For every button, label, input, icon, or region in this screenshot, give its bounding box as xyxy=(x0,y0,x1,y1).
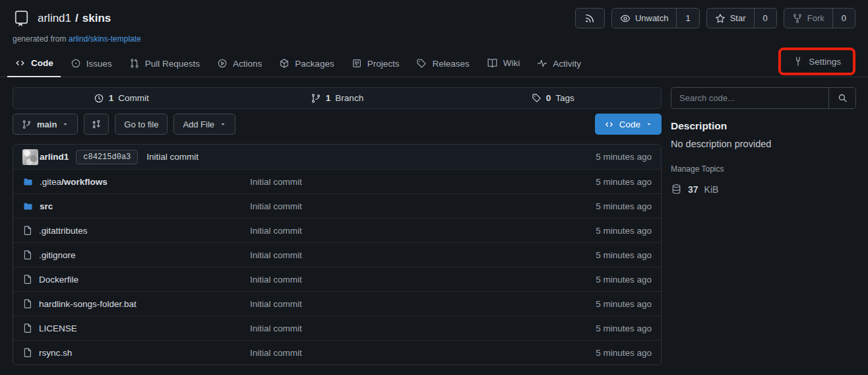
tag-icon xyxy=(416,58,427,69)
entry-name-link[interactable]: Dockerfile xyxy=(39,275,78,285)
tab-actions[interactable]: Actions xyxy=(210,51,269,77)
latest-commit-row: arlind1 c84215d0a3 Initial commit 5 minu… xyxy=(13,145,661,169)
table-row[interactable]: rsync.sh Initial commit 5 minutes ago xyxy=(13,340,661,364)
entry-time: 5 minutes ago xyxy=(596,177,652,187)
unwatch-button[interactable]: Unwatch xyxy=(612,9,677,28)
entry-time: 5 minutes ago xyxy=(596,299,652,309)
repo-name-link[interactable]: skins xyxy=(82,12,111,25)
commits-stat[interactable]: 1 Commit xyxy=(13,88,229,108)
repo-size: 37 KiB xyxy=(671,184,856,195)
file-icon xyxy=(22,274,33,285)
tags-count: 0 xyxy=(546,93,551,103)
entry-name-link[interactable]: .gitattributes xyxy=(39,226,88,236)
entry-name: rsync.sh xyxy=(39,348,72,358)
forks-count[interactable]: 0 xyxy=(832,9,855,28)
entry-name-link[interactable]: .gitea/workflows xyxy=(40,177,108,187)
project-icon xyxy=(352,58,362,69)
entry-commit-message[interactable]: Initial commit xyxy=(250,201,596,211)
entry-commit-message[interactable]: Initial commit xyxy=(250,324,596,333)
tab-settings[interactable]: Settings xyxy=(786,50,848,73)
entry-name: .gitignore xyxy=(39,250,76,260)
entry-name-link[interactable]: src xyxy=(40,201,53,211)
tab-label: Wiki xyxy=(503,58,520,68)
chevron-down-icon xyxy=(220,121,226,127)
entry-name: /workflows xyxy=(61,177,108,187)
entry-name-link[interactable]: rsync.sh xyxy=(39,348,72,358)
go-to-file-button[interactable]: Go to file xyxy=(115,114,168,135)
play-icon xyxy=(217,58,228,69)
commit-hash-link[interactable]: c84215d0a3 xyxy=(76,150,138,164)
commits-label: Commit xyxy=(118,93,149,103)
tab-projects[interactable]: Projects xyxy=(344,51,407,77)
table-row[interactable]: LICENSE Initial commit 5 minutes ago xyxy=(13,316,661,340)
fork-button-group: Fork 0 xyxy=(784,8,855,28)
entry-time: 5 minutes ago xyxy=(596,348,652,358)
add-file-button[interactable]: Add File xyxy=(173,114,235,135)
search-icon xyxy=(837,92,848,104)
settings-annotation-rectangle: Settings xyxy=(778,48,855,75)
code-search-box xyxy=(671,87,856,109)
entry-name-link[interactable]: .gitignore xyxy=(39,250,76,260)
tab-label: Packages xyxy=(295,59,334,69)
tags-label: Tags xyxy=(555,93,574,103)
search-button[interactable] xyxy=(828,88,855,108)
table-row[interactable]: .gitattributes Initial commit 5 minutes … xyxy=(13,218,661,242)
entry-commit-message[interactable]: Initial commit xyxy=(250,275,596,285)
file-icon xyxy=(22,323,33,333)
entry-name: hardlink-songs-folder.bat xyxy=(39,299,137,309)
tab-packages[interactable]: Packages xyxy=(272,51,341,77)
commit-author-link[interactable]: arlind1 xyxy=(40,152,69,162)
issue-icon xyxy=(71,58,81,69)
table-row[interactable]: .gitea/workflows Initial commit 5 minute… xyxy=(13,169,661,193)
tab-activity[interactable]: Activity xyxy=(530,51,588,77)
fork-label: Fork xyxy=(807,13,824,23)
template-repo-link[interactable]: arlind/skins-template xyxy=(69,34,141,44)
entry-name: src xyxy=(40,201,53,211)
branch-icon xyxy=(22,119,32,129)
entry-name-link[interactable]: hardlink-songs-folder.bat xyxy=(39,299,137,309)
rss-button[interactable] xyxy=(575,8,605,28)
commits-count: 1 xyxy=(109,93,114,103)
tab-code[interactable]: Code xyxy=(7,51,61,77)
tools-icon xyxy=(793,56,803,67)
entry-commit-message[interactable]: Initial commit xyxy=(250,177,596,187)
repo-sidebar: Description No description provided Mana… xyxy=(671,87,856,365)
manage-topics-link[interactable]: Manage Topics xyxy=(671,164,724,174)
entry-time: 5 minutes ago xyxy=(596,201,652,211)
table-row[interactable]: hardlink-songs-folder.bat Initial commit… xyxy=(13,291,661,316)
tab-releases[interactable]: Releases xyxy=(409,51,476,77)
add-file-label: Add File xyxy=(183,119,214,129)
tab-issues[interactable]: Issues xyxy=(63,51,119,77)
fork-button[interactable]: Fork xyxy=(784,9,832,28)
database-icon xyxy=(671,184,682,195)
entry-name-link[interactable]: LICENSE xyxy=(39,324,77,333)
tab-wiki[interactable]: Wiki xyxy=(480,51,528,77)
commit-message-link[interactable]: Initial commit xyxy=(146,152,199,162)
tab-pull-requests[interactable]: Pull Requests xyxy=(122,51,207,77)
rss-icon xyxy=(576,9,604,28)
table-row[interactable]: .gitignore Initial commit 5 minutes ago xyxy=(13,242,661,267)
entry-commit-message[interactable]: Initial commit xyxy=(250,299,596,309)
stars-count[interactable]: 0 xyxy=(754,9,776,28)
entry-commit-message[interactable]: Initial commit xyxy=(250,250,596,260)
branch-select-button[interactable]: main xyxy=(13,114,78,135)
tags-stat[interactable]: 0 Tags xyxy=(445,88,661,108)
repo-owner-link[interactable]: arlind1 xyxy=(38,12,71,25)
chevron-down-icon xyxy=(646,121,652,127)
go-to-file-label: Go to file xyxy=(124,119,158,129)
entry-time: 5 minutes ago xyxy=(596,250,652,260)
entry-commit-message[interactable]: Initial commit xyxy=(250,226,596,236)
entry-commit-message[interactable]: Initial commit xyxy=(250,348,596,358)
star-button[interactable]: Star xyxy=(707,9,754,28)
file-table: arlind1 c84215d0a3 Initial commit 5 minu… xyxy=(13,144,662,365)
search-input[interactable] xyxy=(671,88,828,108)
repo-tab-bar: Code Issues Pull Requests Actions xyxy=(0,48,868,77)
branches-stat[interactable]: 1 Branch xyxy=(229,88,445,108)
watchers-count[interactable]: 1 xyxy=(676,9,698,28)
compare-button[interactable] xyxy=(84,114,109,135)
avatar xyxy=(22,149,38,165)
entry-time: 5 minutes ago xyxy=(596,275,652,285)
code-download-button[interactable]: Code xyxy=(595,114,662,135)
table-row[interactable]: src Initial commit 5 minutes ago xyxy=(13,193,661,218)
table-row[interactable]: Dockerfile Initial commit 5 minutes ago xyxy=(13,267,661,291)
